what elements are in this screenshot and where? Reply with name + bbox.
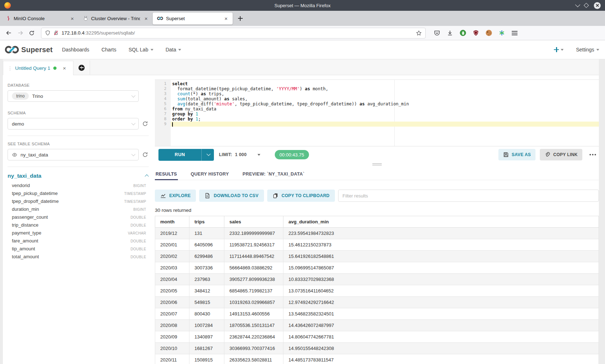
code-token: sum bbox=[177, 96, 185, 101]
result-row: 2020/0654981510319263.02996685712.974924… bbox=[155, 297, 599, 308]
tab-close-icon[interactable]: × bbox=[143, 15, 149, 22]
shield-icon bbox=[45, 30, 50, 36]
forward-button[interactable] bbox=[15, 28, 25, 38]
tab-results[interactable]: RESULTS bbox=[155, 168, 178, 180]
browser-tab-superset[interactable]: Superset × bbox=[153, 13, 233, 24]
database-select[interactable]: trino Trino bbox=[8, 90, 139, 102]
sql-editor[interactable]: 123456789 select format_datetime(tpep_pi… bbox=[155, 79, 599, 146]
new-item-button[interactable] bbox=[554, 47, 564, 52]
filter-results-input[interactable] bbox=[338, 190, 599, 202]
schema-label: SCHEMA bbox=[8, 111, 149, 115]
pocket-button[interactable] bbox=[432, 28, 442, 38]
code-line: format_datetime(tpep_pickup_datetime, 'Y… bbox=[171, 86, 599, 91]
query-tab-untitled[interactable]: ⋮ Untitled Query 1 × bbox=[3, 61, 73, 75]
result-cell: 2020/10 bbox=[155, 343, 189, 354]
limit-control[interactable]: LIMIT: 1 000 bbox=[219, 152, 260, 157]
explore-button[interactable]: EXPLORE bbox=[155, 190, 196, 202]
query-tab-close-icon[interactable]: × bbox=[63, 65, 66, 71]
window-maximize-icon[interactable] bbox=[584, 3, 589, 8]
table-select[interactable]: ny_taxi_data bbox=[8, 149, 139, 160]
code-line: sum(total_amount) as sales, bbox=[171, 96, 599, 101]
chevron-down-icon bbox=[561, 49, 564, 51]
extension-asterisk-button[interactable] bbox=[497, 28, 506, 38]
trino-icon bbox=[83, 16, 88, 21]
tab-preview-table[interactable]: PREVIEW: `NY_TAXI_DATA` bbox=[242, 168, 305, 180]
browser-tab-trino[interactable]: Cluster Overview - Trino × bbox=[79, 13, 153, 24]
add-query-tab-button[interactable] bbox=[73, 60, 90, 75]
result-cell: 2332.1899999999987 bbox=[224, 228, 283, 239]
chart-icon bbox=[160, 193, 166, 199]
gutter-line-number: 9 bbox=[155, 122, 171, 127]
extension-ublock-button[interactable] bbox=[471, 28, 480, 38]
code-token: avg_duration_min bbox=[365, 101, 409, 106]
browser-tab-minio[interactable]: MinIO Console × bbox=[1, 13, 79, 24]
result-row: 2020/053484126854865.71998213713.0735164… bbox=[155, 285, 599, 297]
tab-query-history[interactable]: QUERY HISTORY bbox=[190, 168, 230, 180]
editor-gutter: 123456789 bbox=[155, 80, 171, 146]
nav-item-data[interactable]: Data bbox=[166, 47, 182, 53]
results-actions: EXPLORE DOWNLOAD TO CSV COPY TO CLIPBOAR… bbox=[155, 190, 599, 202]
result-row: 2020/026299486117114448.8946754215.64192… bbox=[155, 251, 599, 262]
results-column-header[interactable]: trips bbox=[189, 216, 224, 228]
run-options-button[interactable] bbox=[202, 149, 214, 161]
ublock-shield-icon bbox=[473, 30, 479, 36]
main-split: DATABASE trino Trino SCHEMA demo bbox=[3, 75, 599, 364]
menu-button[interactable] bbox=[510, 28, 519, 38]
result-cell: 1508915 bbox=[189, 354, 224, 364]
extension-cookie-button[interactable] bbox=[484, 28, 493, 38]
settings-menu[interactable]: Settings bbox=[576, 47, 599, 53]
query-status-dot bbox=[53, 67, 57, 70]
refresh-tables-icon[interactable] bbox=[142, 152, 148, 158]
extension-privacy-button[interactable] bbox=[458, 28, 467, 38]
bookmark-star-icon[interactable] bbox=[416, 30, 422, 36]
chevron-down-icon bbox=[131, 121, 135, 125]
nav-item-charts[interactable]: Charts bbox=[102, 47, 116, 53]
window-minimize-icon[interactable] bbox=[575, 2, 580, 7]
collapse-table-icon[interactable] bbox=[145, 174, 149, 178]
table-title[interactable]: ny_taxi_data bbox=[8, 173, 41, 179]
nav-item-label: Charts bbox=[102, 47, 116, 53]
window-titlebar: Superset — Mozilla Firefox bbox=[0, 0, 605, 11]
refresh-schema-icon[interactable] bbox=[142, 121, 148, 127]
more-options-button[interactable] bbox=[587, 154, 599, 155]
run-button[interactable]: RUN bbox=[158, 149, 202, 161]
column-name: trip_distance bbox=[12, 222, 39, 228]
table-columns-list: vendoridBIGINTtpep_pickup_datetimeTIMEST… bbox=[8, 183, 146, 262]
pane-splitter[interactable] bbox=[155, 161, 599, 168]
result-row: 2020/03300733656664869.0388629215.096995… bbox=[155, 262, 599, 274]
code-line: count(*) as trips, bbox=[171, 91, 599, 96]
window-close-icon[interactable] bbox=[594, 2, 601, 9]
file-icon bbox=[205, 193, 210, 199]
circle-plus-icon bbox=[79, 65, 85, 71]
new-tab-button[interactable] bbox=[236, 14, 245, 23]
url-path: :32295/superset/sqllab/ bbox=[85, 30, 135, 36]
drag-handle-icon[interactable]: ⋮ bbox=[8, 65, 12, 71]
minio-icon bbox=[6, 16, 11, 21]
schema-select[interactable]: demo bbox=[8, 118, 139, 129]
tab-close-icon[interactable]: × bbox=[223, 15, 229, 22]
downloads-button[interactable] bbox=[445, 28, 454, 38]
chevron-down-icon bbox=[151, 49, 153, 51]
superset-brand[interactable]: Superset bbox=[5, 45, 53, 54]
tab-close-icon[interactable]: × bbox=[69, 15, 75, 22]
download-csv-button[interactable]: DOWNLOAD TO CSV bbox=[199, 190, 264, 202]
result-row: 2020/0780043014913153.460055613.54682358… bbox=[155, 308, 599, 320]
results-column-header[interactable]: avg_duration_min bbox=[283, 216, 599, 228]
result-cell: 15.641926182548861 bbox=[283, 251, 599, 262]
url-bar[interactable]: 172.18.0.4:32295/superset/sqllab/ bbox=[41, 28, 426, 38]
save-as-button[interactable]: SAVE AS bbox=[498, 149, 535, 160]
back-button[interactable] bbox=[4, 28, 14, 38]
copy-link-button[interactable]: COPY LINK bbox=[540, 149, 582, 160]
reload-icon bbox=[29, 30, 35, 36]
results-column-header[interactable]: month bbox=[155, 216, 189, 228]
copy-clipboard-button[interactable]: COPY TO CLIPBOARD bbox=[267, 190, 335, 202]
screen: Superset — Mozilla Firefox MinIO Console… bbox=[0, 0, 605, 364]
results-column-header[interactable]: sales bbox=[224, 216, 283, 228]
reload-button[interactable] bbox=[27, 28, 37, 38]
result-cell: 15.46122150237873 bbox=[283, 239, 599, 251]
nav-item-sql-lab[interactable]: SQL Lab bbox=[129, 47, 153, 53]
result-cell: 2020/02 bbox=[155, 251, 189, 262]
nav-item-dashboards[interactable]: Dashboards bbox=[62, 47, 89, 53]
text-cursor bbox=[172, 122, 173, 127]
result-cell: 10.833327029832368 bbox=[283, 274, 599, 285]
